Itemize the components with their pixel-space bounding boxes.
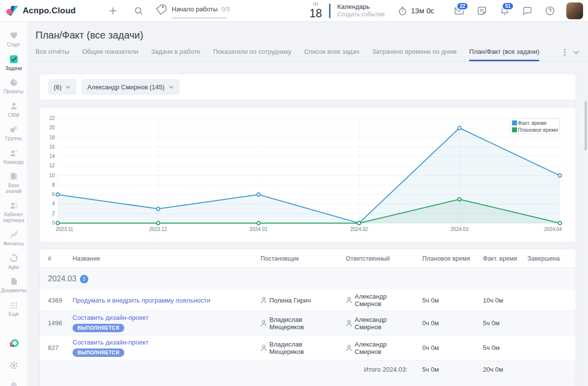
task-link[interactable]: Составить дизайн-проект (73, 339, 148, 346)
chart-legend: Факт. время Плановое время (510, 118, 560, 134)
sidebar-item-label: Команда (3, 159, 24, 165)
legend-swatch-fact (512, 120, 517, 125)
planned-time: 0ч 0м (414, 344, 475, 351)
kb-icon (9, 171, 19, 181)
person-icon (346, 345, 352, 351)
sidebar-item-docs[interactable]: Документы (0, 276, 28, 294)
legend-item-plan: Плановое время (512, 126, 558, 133)
sidebar-item-finance[interactable]: Финансы (0, 230, 28, 247)
task-link[interactable]: Составить дизайн-проект (73, 314, 148, 321)
user-avatar[interactable] (566, 2, 583, 19)
legend-item-fact: Факт. время (512, 119, 558, 126)
svg-text:2: 2 (52, 211, 55, 216)
tabs-chevron-down-icon[interactable] (573, 50, 579, 54)
team-icon (9, 148, 19, 158)
mail-button[interactable]: 22 (449, 1, 470, 20)
date-widget[interactable]: Чт 18 (307, 2, 327, 19)
sidebar-item-agile[interactable]: Agile (0, 253, 28, 270)
add-button[interactable] (104, 1, 122, 20)
sidebar-item-team[interactable]: Команда (0, 148, 28, 165)
sidebar-item-crm[interactable]: CRM (0, 101, 28, 118)
tasks-icon (9, 54, 19, 64)
chevron-down-icon (66, 85, 71, 89)
person-icon (346, 297, 352, 304)
sidebar-item-groups[interactable]: Группы (0, 124, 28, 142)
svg-text:2024.03: 2024.03 (450, 227, 469, 232)
app-logo[interactable]: Аспро.Cloud (0, 5, 89, 16)
svg-text:22: 22 (49, 116, 55, 121)
sidebar-item-kb[interactable]: База знаний (0, 171, 28, 194)
notifications-button[interactable]: 51 (494, 1, 515, 20)
stopwatch-icon (398, 6, 407, 16)
column-header-4: Плановое время (414, 255, 475, 262)
window-scrollbar[interactable] (585, 101, 587, 151)
svg-text:2024.02: 2024.02 (350, 227, 368, 232)
calendar-widget[interactable]: Календарь Создать событие (337, 3, 385, 18)
sidebar-item-partner[interactable]: Кабинет партнера (0, 200, 28, 223)
person-icon (260, 320, 267, 327)
finance-icon (9, 230, 19, 239)
sidebar-item-label: Кабинет партнера (0, 212, 27, 223)
assignee-cell[interactable]: Александр Смирнов (338, 341, 414, 355)
task-link[interactable]: Продумать и внедрить программу лояльност… (73, 297, 210, 304)
svg-text:2023.11: 2023.11 (56, 227, 74, 232)
column-header-0: # (40, 255, 65, 262)
timer-widget[interactable]: 13м 0с (398, 6, 434, 16)
person-icon (346, 320, 352, 327)
settings-gear-icon[interactable] (9, 360, 19, 370)
table-row: 4369Продумать и внедрить программу лояль… (40, 290, 576, 311)
tab-4[interactable]: Список всех задач (304, 46, 359, 61)
search-icon[interactable] (129, 1, 148, 20)
tab-0[interactable]: Все отчёты (36, 46, 69, 61)
report-tabs: Все отчётыОбщие показателиЗадачи в работ… (28, 46, 588, 62)
main-content: План/Факт (все задачи) Все отчётыОбщие п… (28, 22, 588, 386)
legend-swatch-plan (512, 127, 517, 132)
sidebar-item-label: Agile (8, 265, 19, 270)
tab-6[interactable]: План/Факт (все задачи) (469, 46, 539, 61)
sidebar-nav: СтартЗадачиПроектыCRMГруппыКомандаБаза з… (0, 22, 28, 386)
column-header-2: Постановщик (253, 255, 338, 262)
sidebar-item-tasks[interactable]: Задачи (0, 54, 28, 72)
partner-icon (9, 200, 19, 210)
plan-fact-chart: 02468101214161820222023.112023.122024.01… (39, 107, 576, 242)
filter-chip-label: Александр Смирнов (145) (87, 83, 165, 91)
page-title: План/Факт (все задачи) (28, 22, 588, 46)
sidebar-item-label: Документы (1, 288, 27, 294)
author-cell[interactable]: Владислав Мещеряков (253, 341, 338, 355)
author-cell[interactable]: Полина Гирич (253, 297, 338, 304)
line-chart: 02468101214161820222023.112023.122024.01… (43, 113, 564, 237)
sidebar-item-label: Старт (7, 42, 20, 48)
tab-1[interactable]: Общие показатели (82, 46, 138, 61)
docs-icon (9, 276, 19, 286)
svg-text:16: 16 (49, 144, 55, 150)
group-count-badge: 3 (80, 275, 88, 283)
onboarding-progress: 0/3 (221, 6, 230, 13)
onboarding-icon (155, 3, 168, 16)
tabs-more-icon[interactable] (561, 48, 568, 56)
help-button[interactable] (540, 1, 560, 20)
total-label: Итого 2024.03: (40, 366, 414, 373)
legend-label: Факт. время (518, 119, 547, 126)
tab-3[interactable]: Показатели по сотруднику (213, 46, 292, 61)
sidebar-item-heart[interactable]: Старт (0, 31, 28, 48)
author-cell[interactable]: Владислав Мещеряков (253, 316, 338, 331)
crm-icon (9, 101, 19, 111)
chat-button[interactable] (517, 1, 538, 20)
total-actual: 20ч 0м (475, 366, 519, 373)
filter-chip-count[interactable]: (6) (48, 79, 76, 95)
onboarding-widget[interactable]: Начало работы 0/3 (155, 3, 230, 19)
group-header-row: 2024.033 (40, 268, 576, 290)
aspro-mark-icon[interactable] (8, 339, 20, 349)
sidebar-item-more[interactable]: Ещё (0, 300, 28, 317)
tab-2[interactable]: Задачи в работе (151, 46, 200, 61)
sidebar-item-projects[interactable]: Проекты (0, 77, 28, 95)
person-icon (260, 345, 267, 351)
create-event-link[interactable]: Создать событие (337, 11, 385, 18)
notes-button[interactable] (472, 1, 492, 20)
tab-5[interactable]: Затрачено времени по дням (372, 46, 456, 61)
column-header-3: Ответственный (338, 255, 414, 262)
filter-chip-employee[interactable]: Александр Смирнов (145) (81, 79, 180, 95)
assignee-cell[interactable]: Александр Смирнов (338, 316, 414, 331)
svg-text:18: 18 (49, 135, 55, 140)
assignee-cell[interactable]: Александр Смирнов (338, 293, 414, 308)
